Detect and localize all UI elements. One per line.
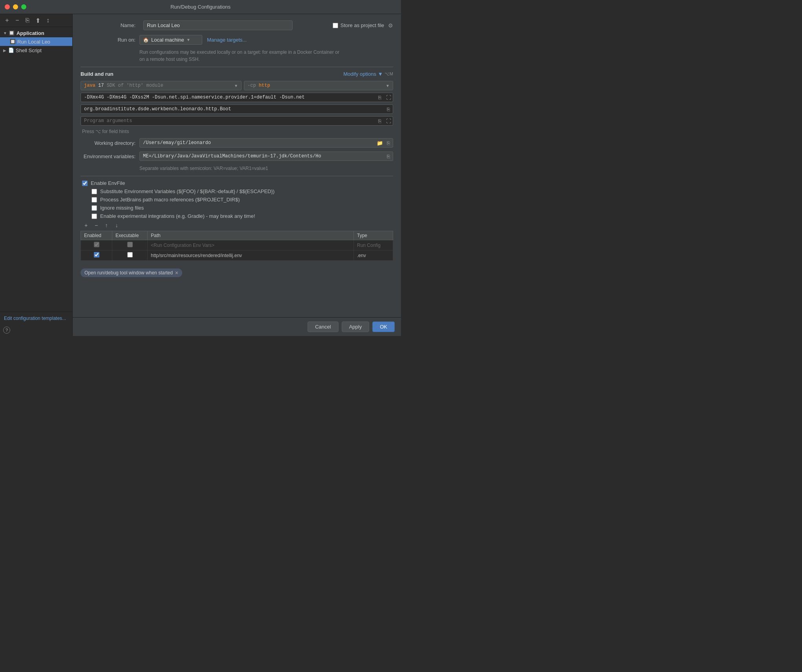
env-vars-hint-text: Separate variables with semicolon: VAR=v…	[139, 165, 268, 172]
program-args-row: ⎘ ⛶	[81, 116, 393, 126]
remove-configuration-button[interactable]: −	[13, 16, 21, 24]
substitute-env-row: Substitute Environment Variables (${FOO}…	[81, 188, 393, 194]
working-dir-macro-button[interactable]: ⎘	[384, 139, 393, 147]
program-args-expand-button[interactable]: ⛶	[384, 117, 393, 125]
sidebar-item-run-local-leo[interactable]: 🔲 Run Local Leo	[0, 37, 72, 46]
program-args-input-wrap: ⎘ ⛶	[81, 116, 393, 126]
enable-envfile-row: Enable EnvFile	[81, 180, 393, 186]
config-content: Name: Store as project file ⚙ Run on: 🏠 …	[73, 14, 401, 317]
row2-path: http/src/main/resources/rendered/intelli…	[148, 250, 354, 261]
env-vars-hint-row: Separate variables with semicolon: VAR=v…	[81, 165, 393, 172]
sidebar-toolbar: + − ⎘ ⬆ ↕	[0, 14, 72, 27]
sidebar-footer[interactable]: Edit configuration templates...	[0, 312, 72, 324]
sidebar-content: ▼ 🔲 Application 🔲 Run Local Leo ▶ 📄 Shel…	[0, 27, 72, 312]
col-path: Path	[148, 231, 354, 240]
name-input[interactable]	[143, 20, 293, 30]
process-jetbrains-checkbox[interactable]	[92, 197, 97, 203]
build-run-header: Build and run Modify options ▼ ⌥M	[81, 71, 393, 77]
process-jetbrains-row: Process JetBrains path macro references …	[81, 197, 393, 203]
env-vars-edit-button[interactable]: ⎘	[384, 152, 393, 161]
sidebar-group-application[interactable]: ▼ 🔲 Application	[0, 29, 72, 37]
program-args-input[interactable]	[81, 117, 375, 125]
modify-options-button[interactable]: Modify options ▼ ⌥M	[343, 71, 393, 77]
chevron-right-icon: ▶	[3, 48, 6, 53]
working-directory-row: Working directory: 📁 ⎘	[81, 138, 393, 148]
minimize-button[interactable]	[13, 4, 18, 9]
store-as-project-label: Store as project file	[341, 22, 386, 28]
add-configuration-button[interactable]: +	[3, 16, 11, 24]
edit-templates-link[interactable]: Edit configuration templates...	[4, 316, 66, 321]
tag-chip-close-button[interactable]: ×	[175, 270, 178, 276]
sdk-suffix: SDK of 'http' module	[107, 83, 163, 88]
store-as-project-checkbox[interactable]	[333, 23, 338, 28]
run-config-icon: 🔲	[9, 38, 16, 45]
help-button[interactable]: ?	[3, 327, 10, 334]
ignore-missing-row: Ignore missing files	[81, 205, 393, 211]
run-on-label: Run on:	[81, 37, 139, 43]
sdk-dropdown[interactable]: java 17 SDK of 'http' module ▼	[81, 81, 242, 90]
sidebar-item-run-local-leo-label: Run Local Leo	[17, 39, 50, 45]
enable-experimental-label[interactable]: Enable experimental integrations (e.g. G…	[100, 213, 255, 219]
env-vars-input[interactable]	[140, 152, 384, 161]
substitute-env-checkbox[interactable]	[92, 189, 97, 194]
name-row: Name: Store as project file ⚙	[81, 20, 393, 30]
env-file-move-up-button[interactable]: ↑	[103, 221, 110, 229]
substitute-env-label[interactable]: Substitute Environment Variables (${FOO}…	[100, 188, 275, 194]
env-file-add-button[interactable]: +	[82, 221, 90, 229]
manage-targets-link[interactable]: Manage targets...	[207, 37, 247, 43]
apply-button[interactable]: Apply	[342, 321, 370, 332]
env-vars-label: Environment variables:	[81, 153, 139, 159]
store-as-project-gear-button[interactable]: ⚙	[388, 22, 393, 29]
ignore-missing-label[interactable]: Ignore missing files	[100, 205, 144, 211]
sdk-classpath-row: java 17 SDK of 'http' module ▼ -cp http …	[81, 81, 393, 90]
enable-experimental-checkbox[interactable]	[92, 214, 97, 219]
row1-enabled	[81, 240, 112, 250]
row2-enabled-checkbox[interactable]	[94, 252, 99, 257]
divider-2	[81, 176, 393, 176]
env-vars-input-wrap: ⎘	[139, 152, 393, 161]
right-panel: Name: Store as project file ⚙ Run on: 🏠 …	[73, 14, 401, 336]
maximize-button[interactable]	[21, 4, 26, 9]
run-on-dropdown[interactable]: 🏠 Local machine ▼	[139, 35, 202, 45]
enable-envfile-checkbox[interactable]	[82, 181, 88, 186]
divider-1	[81, 67, 393, 67]
sidebar-group-shell-script[interactable]: ▶ 📄 Shell Script	[0, 46, 72, 55]
program-args-copy-button[interactable]: ⎘	[375, 117, 384, 125]
sidebar: + − ⎘ ⬆ ↕ ▼ 🔲 Application 🔲 Run Local Le…	[0, 14, 73, 336]
ok-button[interactable]: OK	[372, 321, 395, 332]
tag-chip-label: Open run/debug tool window when started	[84, 270, 173, 276]
row2-type: .env	[354, 250, 393, 261]
main-layout: + − ⎘ ⬆ ↕ ▼ 🔲 Application 🔲 Run Local Le…	[0, 14, 401, 336]
enable-envfile-label[interactable]: Enable EnvFile	[91, 180, 125, 186]
main-class-input[interactable]	[81, 105, 384, 113]
jvm-args-input[interactable]	[81, 93, 375, 102]
process-jetbrains-label[interactable]: Process JetBrains path macro references …	[100, 197, 240, 203]
working-directory-input[interactable]	[140, 139, 375, 147]
open-tool-window-chip: Open run/debug tool window when started …	[81, 268, 182, 277]
row2-executable-checkbox[interactable]	[127, 252, 133, 257]
ignore-missing-checkbox[interactable]	[92, 205, 97, 211]
classpath-dropdown[interactable]: -cp http ▼	[244, 81, 393, 90]
dialog-footer: Cancel Apply OK	[73, 317, 401, 336]
env-vars-row: Environment variables: ⎘	[81, 152, 393, 161]
window-controls	[5, 4, 26, 9]
move-configuration-button[interactable]: ⬆	[34, 16, 42, 24]
env-file-move-down-button[interactable]: ↓	[113, 221, 121, 229]
table-row: http/src/main/resources/rendered/intelli…	[81, 250, 393, 261]
working-dir-folder-button[interactable]: 📁	[375, 139, 384, 147]
classpath-chevron-icon: ▼	[386, 84, 390, 88]
main-class-input-wrap: ⎘	[81, 104, 393, 114]
modify-options-shortcut: ⌥M	[385, 71, 393, 77]
jvm-args-expand-button[interactable]: ⛶	[384, 93, 393, 102]
sort-configuration-button[interactable]: ↕	[44, 16, 52, 24]
copy-configuration-button[interactable]: ⎘	[24, 16, 31, 24]
row1-enabled-checkbox[interactable]	[94, 242, 99, 247]
field-hints-label: Press ⌥ for field hints	[82, 129, 129, 134]
jvm-args-copy-button[interactable]: ⎘	[375, 93, 384, 102]
close-button[interactable]	[5, 4, 10, 9]
cancel-button[interactable]: Cancel	[308, 321, 338, 332]
enable-experimental-row: Enable experimental integrations (e.g. G…	[81, 213, 393, 219]
row1-executable-checkbox[interactable]	[127, 242, 133, 247]
env-file-remove-button[interactable]: −	[92, 221, 100, 229]
main-class-copy-button[interactable]: ⎘	[384, 105, 393, 113]
